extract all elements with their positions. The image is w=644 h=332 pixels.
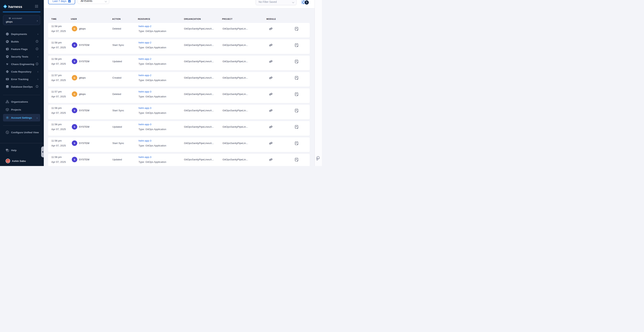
- user-avatar: S: [72, 157, 77, 162]
- project-name: GitOpsSanityPipeLin...: [222, 26, 248, 31]
- organization-name: GitOpsSanityPipeLinesA...: [184, 141, 214, 146]
- column-header-resource: RESOURCE: [138, 18, 150, 20]
- code-repository-icon: </>: [6, 70, 9, 73]
- filter-toolbar: Last 7 days All Events No Filter Saved 1: [44, 0, 314, 9]
- audit-trail-main: Last 7 days All Events No Filter Saved 1: [44, 0, 322, 166]
- module-grid-icon[interactable]: [35, 5, 38, 9]
- gitops-module-icon: [269, 109, 273, 113]
- chat-support-icon[interactable]: [316, 156, 321, 161]
- date-range-button[interactable]: Last 7 days: [48, 0, 75, 4]
- chevron-right-icon: ›: [38, 33, 38, 35]
- event-summary-icon[interactable]: [295, 27, 298, 31]
- resource-link[interactable]: helm-app-3: [138, 89, 166, 94]
- sidebar-item-organizations[interactable]: Organizations: [0, 98, 44, 106]
- event-time: 11:57 pm Apr 07, 2025: [51, 73, 66, 83]
- user-avatar: S: [72, 108, 77, 113]
- info-icon[interactable]: [36, 63, 38, 66]
- event-summary-icon[interactable]: [295, 92, 298, 96]
- event-summary-icon[interactable]: [295, 43, 298, 47]
- column-header-organization: ORGANIZATION: [184, 18, 201, 20]
- column-header-time: TIME: [51, 18, 56, 20]
- sidebar-item-help[interactable]: ? Help: [0, 146, 44, 154]
- sidebar-item-projects[interactable]: Projects: [0, 106, 44, 114]
- resource-link[interactable]: helm-app-2: [138, 73, 166, 78]
- user-name: SYSTEM: [79, 124, 90, 129]
- resource-type: Type: GitOps Application: [138, 111, 166, 115]
- user-avatar: S: [72, 59, 77, 64]
- event-summary-icon[interactable]: [295, 158, 298, 161]
- info-icon[interactable]: [36, 48, 38, 51]
- resource-cell: helm-app-3 Type: GitOps Application: [138, 89, 166, 99]
- audit-table-row: 11:56 pm Apr 07, 2025 S SYSTEM Start Syn…: [48, 105, 310, 119]
- sidebar-item-account-settings[interactable]: Account Settings ›: [3, 114, 40, 121]
- sidebar-item-database-devops[interactable]: ∞ Database DevOps: [0, 83, 44, 90]
- gitops-module-icon: [269, 59, 273, 64]
- audit-table-row: 11:56 pm Apr 07, 2025 S SYSTEM Updated h…: [48, 154, 310, 166]
- builds-icon: [6, 40, 9, 43]
- user-avatar: S: [72, 140, 77, 146]
- resource-link[interactable]: helm-app-2: [138, 57, 166, 62]
- event-time: 11:56 pm Apr 07, 2025: [51, 138, 66, 148]
- resource-type: Type: GitOps Application: [138, 127, 166, 132]
- event-time: 11:57 pm Apr 07, 2025: [51, 89, 66, 99]
- resource-type: Type: GitOps Application: [138, 62, 166, 66]
- svg-text:</>: </>: [6, 71, 8, 72]
- resource-link[interactable]: helm-app-3: [138, 155, 166, 160]
- organization-name: GitOpsSanityPipeLinesA...: [184, 43, 214, 48]
- sidebar-item-security-tests[interactable]: Security Tests ›: [0, 53, 44, 60]
- deployments-icon: ∞: [6, 32, 9, 36]
- resource-link[interactable]: helm-app-3: [138, 138, 166, 143]
- sidebar-divider: [3, 125, 40, 126]
- event-action: Updated: [112, 59, 122, 64]
- chevron-right-icon: ›: [38, 78, 38, 81]
- resource-link[interactable]: helm-app-3: [138, 122, 166, 127]
- account-name: gitops: [6, 20, 12, 23]
- harness-logo-icon: [3, 4, 7, 10]
- sidebar-item-feature-flags[interactable]: Feature Flags: [0, 45, 44, 53]
- sidebar-item-configure-unified-view[interactable]: Configure Unified View: [0, 129, 44, 136]
- sidebar-item-code-repository[interactable]: </> Code Repository ›: [0, 68, 44, 75]
- chevron-down-icon: [292, 1, 294, 3]
- svg-text:∞: ∞: [7, 33, 8, 35]
- resource-link[interactable]: helm-app-2: [138, 24, 166, 29]
- resource-link[interactable]: helm-app-3: [138, 106, 166, 111]
- saved-filter-select[interactable]: No Filter Saved: [256, 0, 296, 5]
- user-avatar: S: [72, 124, 77, 130]
- project-name: GitOpsSanityPipeLin...: [222, 108, 248, 113]
- organization-name: GitOpsSanityPipeLinesA...: [184, 92, 214, 97]
- info-icon[interactable]: [36, 85, 38, 88]
- user-avatar: AS: [6, 159, 10, 163]
- organizations-icon: [6, 100, 9, 103]
- event-time: 11:58 pm Apr 07, 2025: [51, 40, 66, 50]
- account-label: ACCOUNT: [12, 18, 22, 19]
- resource-link[interactable]: helm-app-2: [138, 40, 166, 45]
- event-action: Deleted: [112, 26, 121, 31]
- right-gutter: [314, 0, 322, 166]
- sidebar-item-error-tracking[interactable]: Error Tracking ›: [0, 75, 44, 83]
- audit-table-row: 11:58 pm Apr 07, 2025 S SYSTEM Start Syn…: [48, 39, 310, 54]
- event-summary-icon[interactable]: [295, 125, 298, 129]
- event-type-select[interactable]: All Events: [78, 0, 109, 4]
- sidebar-item-builds[interactable]: Builds: [0, 38, 44, 45]
- sidebar-item-chaos-engineering[interactable]: Chaos Engineering: [0, 60, 44, 68]
- event-action: Updated: [112, 124, 122, 129]
- account-selector[interactable]: ACCOUNT gitops ›: [3, 15, 40, 25]
- resource-cell: helm-app-2 Type: GitOps Application: [138, 57, 166, 66]
- event-action: Start Sync: [112, 141, 124, 146]
- organization-name: GitOpsSanityPipeLinesA...: [184, 108, 214, 113]
- user-name: Ashin Sabu: [12, 160, 26, 162]
- event-summary-icon[interactable]: [295, 141, 298, 145]
- filter-panel-button[interactable]: 1: [301, 0, 312, 5]
- event-summary-icon[interactable]: [295, 109, 298, 112]
- resource-type: Type: GitOps Application: [138, 29, 166, 34]
- sidebar-item-deployments[interactable]: ∞ Deployments ›: [0, 30, 44, 38]
- user-name: SYSTEM: [79, 157, 90, 162]
- sidebar-collapse-handle[interactable]: [41, 146, 44, 157]
- user-menu[interactable]: AS Ashin Sabu: [0, 157, 44, 165]
- audit-table-row: 11:58 pm Apr 07, 2025 S SYSTEM Updated h…: [48, 56, 310, 70]
- info-icon[interactable]: [36, 40, 38, 43]
- organization-name: GitOpsSanityPipeLinesA...: [184, 157, 214, 162]
- event-summary-icon[interactable]: [295, 76, 298, 80]
- filter-count-badge: 1: [304, 1, 309, 5]
- event-summary-icon[interactable]: [295, 60, 298, 63]
